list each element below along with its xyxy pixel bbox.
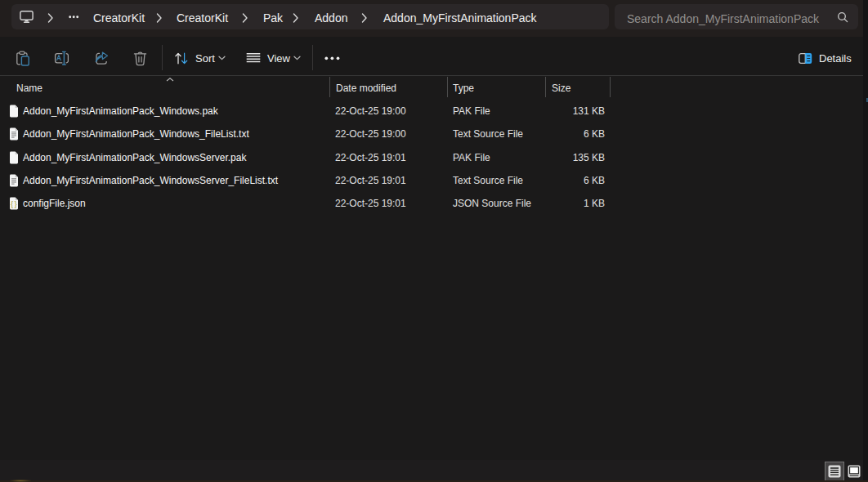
svg-text:{: {: [11, 199, 13, 208]
svg-text:}: }: [15, 199, 17, 208]
